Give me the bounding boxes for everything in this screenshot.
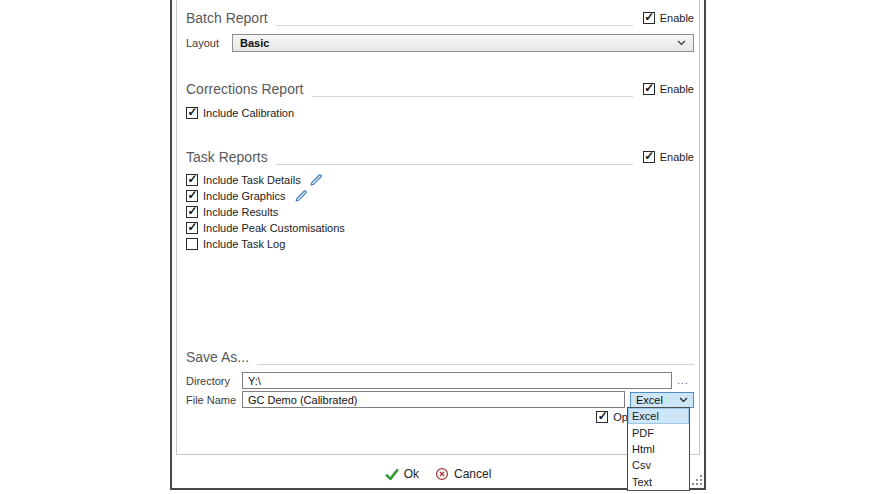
task-reports-title: Task Reports bbox=[186, 149, 268, 165]
open-checkbox[interactable] bbox=[596, 411, 608, 423]
include-task-details-checkbox[interactable] bbox=[186, 174, 198, 186]
dropdown-option-excel[interactable]: Excel bbox=[628, 408, 689, 424]
directory-label: Directory bbox=[186, 375, 242, 387]
report-options-panel: Batch Report Enable Layout Basic Correct… bbox=[176, 0, 700, 455]
file-name-input[interactable]: GC Demo (Calibrated) bbox=[242, 391, 625, 408]
include-calibration-row[interactable]: Include Calibration bbox=[186, 105, 694, 121]
pencil-icon[interactable] bbox=[294, 189, 308, 203]
task-reports-header: Task Reports Enable bbox=[186, 147, 694, 167]
header-divider bbox=[276, 164, 633, 165]
batch-enable-label: Enable bbox=[660, 12, 694, 24]
save-as-title: Save As... bbox=[186, 349, 249, 365]
include-graphics-label: Include Graphics bbox=[203, 190, 286, 202]
save-as-header: Save As... bbox=[186, 347, 694, 367]
task-enable-checkbox[interactable] bbox=[643, 151, 655, 163]
ok-label: Ok bbox=[404, 467, 419, 481]
layout-label: Layout bbox=[186, 37, 232, 49]
report-settings-dialog: Batch Report Enable Layout Basic Correct… bbox=[170, 0, 706, 490]
include-calibration-checkbox[interactable] bbox=[186, 107, 198, 119]
corrections-report-title: Corrections Report bbox=[186, 81, 304, 97]
file-name-row: File Name GC Demo (Calibrated) Excel bbox=[186, 391, 694, 408]
include-peak-customisations-row[interactable]: Include Peak Customisations bbox=[186, 220, 694, 236]
format-value: Excel bbox=[636, 394, 663, 406]
cancel-button[interactable]: Cancel bbox=[435, 467, 491, 481]
header-divider bbox=[276, 25, 633, 26]
include-task-details-row[interactable]: Include Task Details bbox=[186, 172, 694, 188]
browse-button[interactable]: ... bbox=[672, 375, 694, 386]
corrections-report-enable[interactable]: Enable bbox=[643, 83, 694, 95]
task-enable-label: Enable bbox=[660, 151, 694, 163]
include-peak-customisations-label: Include Peak Customisations bbox=[203, 222, 345, 234]
format-combobox[interactable]: Excel bbox=[630, 392, 694, 408]
corrections-report-header: Corrections Report Enable bbox=[186, 79, 694, 99]
dialog-footer: Ok Cancel bbox=[172, 467, 704, 481]
batch-enable-checkbox[interactable] bbox=[643, 12, 655, 24]
dropdown-option-text[interactable]: Text bbox=[628, 474, 689, 490]
ok-button[interactable]: Ok bbox=[385, 467, 419, 481]
include-results-label: Include Results bbox=[203, 206, 278, 218]
file-name-label: File Name bbox=[186, 394, 242, 406]
dropdown-option-csv[interactable]: Csv bbox=[628, 457, 689, 473]
layout-row: Layout Basic bbox=[186, 34, 694, 52]
include-task-log-checkbox[interactable] bbox=[186, 238, 198, 250]
chevron-down-icon bbox=[677, 40, 686, 46]
open-checkbox-row[interactable]: Op bbox=[186, 410, 694, 424]
directory-input[interactable]: Y:\ bbox=[242, 372, 672, 389]
include-graphics-row[interactable]: Include Graphics bbox=[186, 188, 694, 204]
check-icon bbox=[385, 468, 399, 481]
include-calibration-label: Include Calibration bbox=[203, 107, 294, 119]
dropdown-option-pdf[interactable]: PDF bbox=[628, 424, 689, 440]
cancel-label: Cancel bbox=[454, 467, 491, 481]
dropdown-option-html[interactable]: Html bbox=[628, 441, 689, 457]
header-divider bbox=[312, 96, 633, 97]
layout-value: Basic bbox=[240, 37, 269, 49]
batch-report-enable[interactable]: Enable bbox=[643, 12, 694, 24]
include-results-row[interactable]: Include Results bbox=[186, 204, 694, 220]
include-results-checkbox[interactable] bbox=[186, 206, 198, 218]
include-task-details-label: Include Task Details bbox=[203, 174, 301, 186]
header-divider bbox=[257, 364, 694, 365]
pencil-icon[interactable] bbox=[309, 173, 323, 187]
include-task-log-label: Include Task Log bbox=[203, 238, 285, 250]
cancel-circle-icon bbox=[435, 467, 449, 481]
include-peak-customisations-checkbox[interactable] bbox=[186, 222, 198, 234]
corrections-enable-label: Enable bbox=[660, 83, 694, 95]
chevron-down-icon bbox=[679, 397, 688, 403]
include-graphics-checkbox[interactable] bbox=[186, 190, 198, 202]
file-name-value: GC Demo (Calibrated) bbox=[248, 394, 357, 406]
screen-background: Batch Report Enable Layout Basic Correct… bbox=[0, 0, 878, 494]
corrections-enable-checkbox[interactable] bbox=[643, 83, 655, 95]
batch-report-title: Batch Report bbox=[186, 10, 268, 26]
resize-grip-icon[interactable] bbox=[692, 475, 702, 485]
batch-report-header: Batch Report Enable bbox=[186, 8, 694, 28]
directory-value: Y:\ bbox=[248, 375, 261, 387]
task-reports-enable[interactable]: Enable bbox=[643, 151, 694, 163]
layout-combobox[interactable]: Basic bbox=[232, 34, 694, 52]
directory-row: Directory Y:\ ... bbox=[186, 372, 694, 389]
open-checkbox-label: Op bbox=[613, 411, 628, 423]
format-dropdown-list: Excel PDF Html Csv Text bbox=[627, 407, 690, 491]
include-task-log-row[interactable]: Include Task Log bbox=[186, 236, 694, 252]
